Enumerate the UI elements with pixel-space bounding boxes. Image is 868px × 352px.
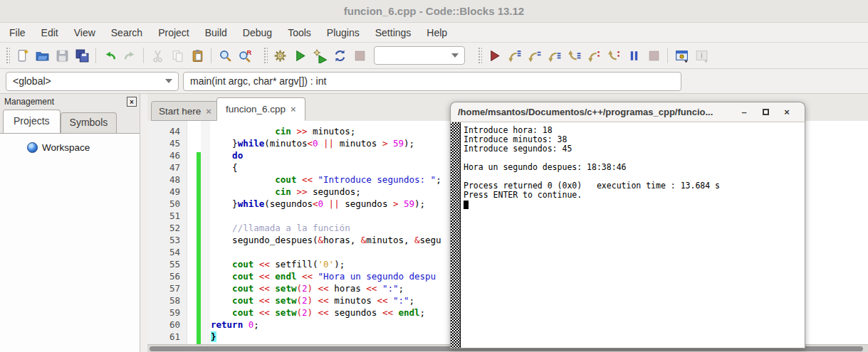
close-icon[interactable]: ×: [127, 97, 137, 107]
terminal-body: Introduce hora: 18Introduce minutos: 38I…: [450, 122, 805, 348]
management-panel: Management × ProjectsSymbols Workspace: [0, 94, 140, 352]
tab-start-here[interactable]: Start here ×: [151, 101, 219, 121]
cut-button[interactable]: [147, 46, 167, 65]
redo-button[interactable]: [120, 46, 140, 65]
build-target-select[interactable]: [374, 46, 465, 65]
step-into-button[interactable]: [544, 46, 564, 65]
run-button[interactable]: [290, 46, 310, 65]
step6-icon: [607, 48, 622, 63]
step-into-instruction-button[interactable]: [604, 46, 624, 65]
build-toolbar: [258, 43, 472, 68]
replace-icon: R: [238, 48, 253, 63]
maximize-icon[interactable]: [755, 107, 776, 117]
toolbar-grip[interactable]: [477, 46, 482, 65]
window-titlebar[interactable]: funcion_6.cpp - Code::Blocks 13.12: [0, 0, 868, 23]
management-tabs: ProjectsSymbols: [0, 110, 140, 133]
terminal-scrollbar[interactable]: [451, 122, 461, 348]
copy-icon: [170, 48, 185, 63]
undo-icon: [103, 48, 117, 63]
line-number: 56: [152, 270, 180, 282]
break-debugger-button[interactable]: [624, 46, 644, 65]
toolbar-grip[interactable]: [263, 46, 268, 65]
build-button[interactable]: [270, 46, 290, 65]
management-tab-symbols[interactable]: Symbols: [61, 112, 117, 133]
management-header: Management ×: [0, 94, 140, 110]
scope-select-value: <global>: [13, 75, 51, 87]
menu-item-plugins[interactable]: Plugins: [319, 24, 367, 41]
function-select[interactable]: main(int argc, char* argv[]) : int: [183, 72, 681, 91]
save-button[interactable]: [52, 46, 72, 65]
line-number: 44: [152, 125, 180, 137]
terminal-cursor: [464, 201, 469, 209]
stop-icon: [647, 48, 662, 63]
tab-label: funcion_6.cpp: [226, 104, 286, 114]
paste-button[interactable]: [187, 46, 207, 65]
debugging-windows-button[interactable]: [671, 46, 691, 65]
copy-button[interactable]: [167, 46, 187, 65]
menu-bar: FileEditViewSearchProjectBuildDebugTools…: [0, 23, 868, 43]
save-all-button[interactable]: [72, 46, 92, 65]
rebuild-button[interactable]: [330, 46, 350, 65]
build-icon: [273, 48, 288, 63]
toolbar-separator: [95, 48, 96, 63]
terminal-window: /home/msantos/Documentos/c++/programas_c…: [450, 102, 805, 348]
line-number: 50: [152, 198, 180, 210]
next-instruction-button[interactable]: [584, 46, 604, 65]
line-number: 47: [152, 161, 180, 174]
various-info-button[interactable]: i: [691, 46, 711, 65]
paste-icon: [190, 48, 205, 63]
line-number: 46: [152, 149, 180, 161]
menu-item-tools[interactable]: Tools: [280, 24, 319, 41]
svg-text:R: R: [246, 48, 251, 56]
stop-debugger-button[interactable]: [644, 46, 664, 65]
undo-button[interactable]: [100, 46, 120, 65]
replace-button[interactable]: R: [235, 46, 255, 65]
close-icon[interactable]: ×: [206, 106, 211, 117]
toolbar-grip[interactable]: [5, 46, 10, 65]
code-line-61: }: [211, 331, 216, 343]
menu-item-settings[interactable]: Settings: [367, 24, 419, 41]
code-line-46: do: [211, 149, 243, 161]
window-title: funcion_6.cpp - Code::Blocks 13.12: [344, 5, 524, 17]
next-line-button[interactable]: [524, 46, 544, 65]
abort-icon: [352, 48, 367, 63]
find-button[interactable]: [215, 46, 235, 65]
abort-button[interactable]: [350, 46, 370, 65]
step5-icon: [587, 48, 602, 63]
terminal-titlebar[interactable]: /home/msantos/Documentos/c++/programas_c…: [450, 102, 805, 122]
tree-item-workspace[interactable]: Workspace: [0, 134, 140, 153]
debug-continue-button[interactable]: [484, 46, 504, 65]
menu-item-edit[interactable]: Edit: [33, 24, 66, 41]
menu-item-search[interactable]: Search: [103, 24, 150, 41]
run-to-cursor-button[interactable]: [504, 46, 524, 65]
toolbar: Ri: [0, 43, 868, 69]
build-and-run-button[interactable]: [310, 46, 330, 65]
terminal-line: Introduce segundos: 45: [464, 144, 720, 154]
close-icon[interactable]: ×: [291, 104, 296, 114]
menu-item-build[interactable]: Build: [197, 24, 235, 41]
code-line-47: {: [211, 161, 238, 174]
tab-funcion-6-cpp[interactable]: funcion_6.cpp ×: [216, 97, 305, 121]
dbg-play-icon: [487, 48, 502, 63]
menu-item-file[interactable]: File: [1, 24, 33, 41]
menu-item-help[interactable]: Help: [419, 24, 455, 41]
line-number: 53: [152, 234, 180, 246]
step4-icon: [567, 48, 582, 63]
close-icon[interactable]: ×: [776, 107, 798, 117]
folder-open-icon: [35, 48, 50, 63]
menu-item-project[interactable]: Project: [150, 24, 197, 41]
terminal-line: Hora un segundo despues: 18:38:46: [464, 163, 720, 172]
file-toolbar: R: [0, 43, 258, 68]
svg-text:i: i: [700, 50, 702, 59]
step-out-button[interactable]: [564, 46, 584, 65]
management-tab-projects[interactable]: Projects: [3, 110, 61, 133]
menu-item-debug[interactable]: Debug: [235, 24, 280, 41]
code-line-50: }while(segundos<0 || segundos > 59);: [211, 198, 425, 210]
new-file-button[interactable]: [12, 46, 32, 65]
scope-select[interactable]: <global>: [6, 72, 179, 91]
minimize-icon[interactable]: –: [733, 107, 755, 117]
build-run-icon: [313, 48, 328, 63]
menu-item-view[interactable]: View: [66, 24, 103, 41]
open-file-button[interactable]: [32, 46, 52, 65]
code-line-59: cout << setw(2) << segundos << endl;: [211, 306, 425, 319]
